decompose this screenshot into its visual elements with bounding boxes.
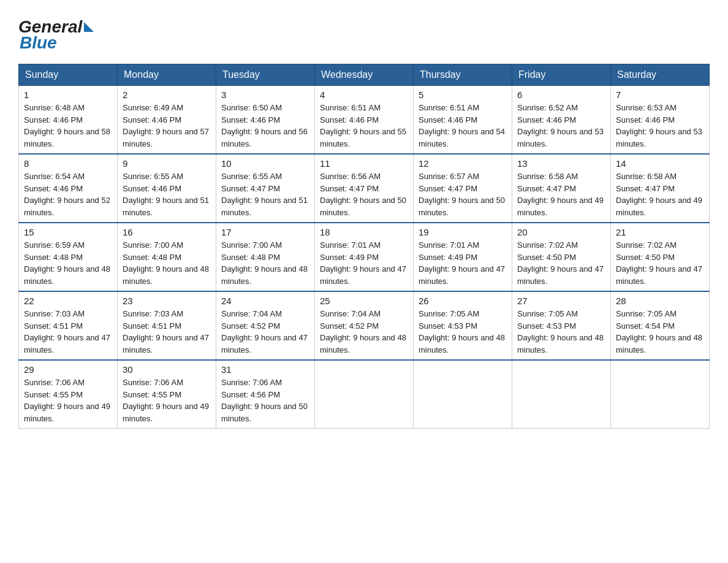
day-number: 29 [24, 364, 112, 375]
day-info: Sunrise: 6:54 AMSunset: 4:46 PMDaylight:… [24, 170, 112, 218]
day-info: Sunrise: 6:55 AMSunset: 4:46 PMDaylight:… [123, 170, 211, 218]
day-number: 24 [221, 296, 309, 306]
day-number: 17 [221, 227, 309, 237]
day-info: Sunrise: 7:06 AMSunset: 4:55 PMDaylight:… [123, 377, 211, 424]
day-info: Sunrise: 7:02 AMSunset: 4:50 PMDaylight:… [616, 239, 704, 287]
day-info: Sunrise: 7:05 AMSunset: 4:53 PMDaylight:… [419, 308, 507, 356]
calendar-day-cell: 5Sunrise: 6:51 AMSunset: 4:46 PMDaylight… [414, 86, 512, 155]
day-info: Sunrise: 6:49 AMSunset: 4:46 PMDaylight:… [123, 102, 211, 150]
day-number: 3 [221, 90, 309, 100]
calendar-day-cell: 11Sunrise: 6:56 AMSunset: 4:47 PMDayligh… [315, 154, 414, 223]
logo-row-2: Blue [18, 33, 57, 53]
calendar-day-cell: 24Sunrise: 7:04 AMSunset: 4:52 PMDayligh… [216, 291, 315, 360]
day-number: 30 [123, 364, 211, 375]
day-info: Sunrise: 7:03 AMSunset: 4:51 PMDaylight:… [123, 308, 211, 356]
calendar-day-cell: 10Sunrise: 6:55 AMSunset: 4:47 PMDayligh… [216, 154, 315, 223]
day-info: Sunrise: 7:01 AMSunset: 4:49 PMDaylight:… [419, 239, 507, 287]
day-info: Sunrise: 6:51 AMSunset: 4:46 PMDaylight:… [419, 102, 507, 150]
weekday-header-row: SundayMondayTuesdayWednesdayThursdayFrid… [19, 64, 710, 86]
day-info: Sunrise: 7:04 AMSunset: 4:52 PMDaylight:… [221, 308, 309, 356]
day-info: Sunrise: 6:51 AMSunset: 4:46 PMDaylight:… [320, 102, 408, 150]
weekday-header-sunday: Sunday [19, 64, 118, 86]
calendar-day-cell: 28Sunrise: 7:05 AMSunset: 4:54 PMDayligh… [611, 291, 710, 360]
day-number: 16 [123, 227, 211, 237]
calendar-day-cell: 7Sunrise: 6:53 AMSunset: 4:46 PMDaylight… [611, 86, 710, 155]
day-number: 7 [616, 90, 704, 100]
day-number: 10 [221, 158, 309, 169]
day-info: Sunrise: 7:03 AMSunset: 4:51 PMDaylight:… [24, 308, 112, 356]
calendar-empty-cell [611, 360, 710, 429]
calendar-day-cell: 19Sunrise: 7:01 AMSunset: 4:49 PMDayligh… [414, 223, 512, 291]
day-number: 11 [320, 158, 408, 169]
calendar-day-cell: 23Sunrise: 7:03 AMSunset: 4:51 PMDayligh… [118, 291, 216, 360]
day-info: Sunrise: 7:04 AMSunset: 4:52 PMDaylight:… [320, 308, 408, 356]
day-number: 5 [419, 90, 507, 100]
day-number: 1 [24, 90, 112, 100]
calendar-day-cell: 17Sunrise: 7:00 AMSunset: 4:48 PMDayligh… [216, 223, 315, 291]
day-info: Sunrise: 7:00 AMSunset: 4:48 PMDaylight:… [123, 239, 211, 287]
day-info: Sunrise: 7:05 AMSunset: 4:54 PMDaylight:… [616, 308, 704, 356]
calendar-day-cell: 13Sunrise: 6:58 AMSunset: 4:47 PMDayligh… [512, 154, 611, 223]
day-info: Sunrise: 6:57 AMSunset: 4:47 PMDaylight:… [419, 170, 507, 218]
day-number: 27 [517, 296, 605, 306]
day-info: Sunrise: 6:55 AMSunset: 4:47 PMDaylight:… [221, 170, 309, 218]
day-number: 31 [221, 364, 309, 375]
day-number: 25 [320, 296, 408, 306]
calendar-empty-cell [315, 360, 414, 429]
day-info: Sunrise: 7:02 AMSunset: 4:50 PMDaylight:… [517, 239, 605, 287]
calendar-day-cell: 21Sunrise: 7:02 AMSunset: 4:50 PMDayligh… [611, 223, 710, 291]
logo-blue-text: Blue [20, 33, 57, 53]
calendar-day-cell: 31Sunrise: 7:06 AMSunset: 4:56 PMDayligh… [216, 360, 315, 429]
day-info: Sunrise: 6:50 AMSunset: 4:46 PMDaylight:… [221, 102, 309, 150]
calendar-empty-cell [512, 360, 611, 429]
calendar-day-cell: 8Sunrise: 6:54 AMSunset: 4:46 PMDaylight… [19, 154, 118, 223]
day-number: 19 [419, 227, 507, 237]
calendar-day-cell: 3Sunrise: 6:50 AMSunset: 4:46 PMDaylight… [216, 86, 315, 155]
day-info: Sunrise: 6:58 AMSunset: 4:47 PMDaylight:… [517, 170, 605, 218]
day-number: 15 [24, 227, 112, 237]
day-number: 28 [616, 296, 704, 306]
calendar-day-cell: 30Sunrise: 7:06 AMSunset: 4:55 PMDayligh… [118, 360, 216, 429]
weekday-header-thursday: Thursday [414, 64, 512, 86]
calendar-day-cell: 15Sunrise: 6:59 AMSunset: 4:48 PMDayligh… [19, 223, 118, 291]
day-info: Sunrise: 6:48 AMSunset: 4:46 PMDaylight:… [24, 102, 112, 150]
day-number: 26 [419, 296, 507, 306]
day-number: 9 [123, 158, 211, 169]
day-number: 4 [320, 90, 408, 100]
calendar-day-cell: 1Sunrise: 6:48 AMSunset: 4:46 PMDaylight… [19, 86, 118, 155]
calendar-day-cell: 12Sunrise: 6:57 AMSunset: 4:47 PMDayligh… [414, 154, 512, 223]
calendar-week-row: 8Sunrise: 6:54 AMSunset: 4:46 PMDaylight… [19, 154, 710, 223]
day-info: Sunrise: 7:06 AMSunset: 4:56 PMDaylight:… [221, 377, 309, 424]
calendar-day-cell: 22Sunrise: 7:03 AMSunset: 4:51 PMDayligh… [19, 291, 118, 360]
weekday-header-wednesday: Wednesday [315, 64, 414, 86]
calendar-week-row: 29Sunrise: 7:06 AMSunset: 4:55 PMDayligh… [19, 360, 710, 429]
day-info: Sunrise: 7:05 AMSunset: 4:53 PMDaylight:… [517, 308, 605, 356]
calendar-day-cell: 4Sunrise: 6:51 AMSunset: 4:46 PMDaylight… [315, 86, 414, 155]
day-number: 6 [517, 90, 605, 100]
weekday-header-monday: Monday [118, 64, 216, 86]
calendar-day-cell: 14Sunrise: 6:58 AMSunset: 4:47 PMDayligh… [611, 154, 710, 223]
calendar-day-cell: 27Sunrise: 7:05 AMSunset: 4:53 PMDayligh… [512, 291, 611, 360]
calendar-week-row: 22Sunrise: 7:03 AMSunset: 4:51 PMDayligh… [19, 291, 710, 360]
day-number: 12 [419, 158, 507, 169]
logo-arrow-icon [84, 22, 94, 32]
weekday-header-tuesday: Tuesday [216, 64, 315, 86]
calendar-week-row: 15Sunrise: 6:59 AMSunset: 4:48 PMDayligh… [19, 223, 710, 291]
day-number: 21 [616, 227, 704, 237]
calendar-empty-cell [414, 360, 512, 429]
day-number: 2 [123, 90, 211, 100]
day-info: Sunrise: 6:59 AMSunset: 4:48 PMDaylight:… [24, 239, 112, 287]
calendar-table: SundayMondayTuesdayWednesdayThursdayFrid… [18, 64, 710, 429]
day-info: Sunrise: 7:00 AMSunset: 4:48 PMDaylight:… [221, 239, 309, 287]
day-info: Sunrise: 6:53 AMSunset: 4:46 PMDaylight:… [616, 102, 704, 150]
logo: General Blue [18, 12, 94, 53]
calendar-day-cell: 16Sunrise: 7:00 AMSunset: 4:48 PMDayligh… [118, 223, 216, 291]
calendar-day-cell: 20Sunrise: 7:02 AMSunset: 4:50 PMDayligh… [512, 223, 611, 291]
calendar-day-cell: 9Sunrise: 6:55 AMSunset: 4:46 PMDaylight… [118, 154, 216, 223]
day-info: Sunrise: 6:58 AMSunset: 4:47 PMDaylight:… [616, 170, 704, 218]
day-info: Sunrise: 7:06 AMSunset: 4:55 PMDaylight:… [24, 377, 112, 424]
day-info: Sunrise: 6:52 AMSunset: 4:46 PMDaylight:… [517, 102, 605, 150]
weekday-header-saturday: Saturday [611, 64, 710, 86]
day-info: Sunrise: 7:01 AMSunset: 4:49 PMDaylight:… [320, 239, 408, 287]
day-number: 14 [616, 158, 704, 169]
